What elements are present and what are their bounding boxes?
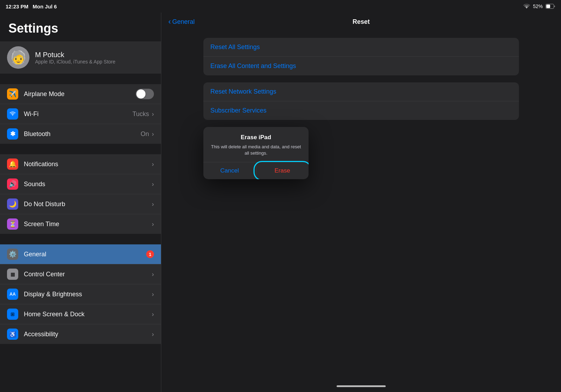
dialog-body: Erase iPad This will delete all media an… bbox=[203, 127, 309, 162]
nav-bar: ‹ General Reset bbox=[161, 13, 561, 31]
divider-1 bbox=[0, 74, 161, 84]
status-icons: 52% bbox=[523, 4, 555, 9]
profile-name: M Potuck bbox=[35, 51, 115, 59]
reset-group-1: Reset All Settings Erase All Content and… bbox=[203, 38, 519, 75]
airplane-mode-label: Airplane Mode bbox=[24, 90, 136, 98]
general-icon: ⚙️ bbox=[7, 249, 18, 260]
settings-group-connectivity: ✈️ Airplane Mode Wi-Fi Tucks › bbox=[0, 84, 161, 144]
accessibility-icon: ♿ bbox=[7, 329, 18, 340]
bluetooth-value: On bbox=[141, 130, 149, 138]
back-arrow-icon: ‹ bbox=[168, 17, 171, 26]
reset-all-settings-label: Reset All Settings bbox=[210, 43, 260, 50]
status-date: Mon Jul 6 bbox=[33, 4, 57, 9]
notifications-icon: 🔔 bbox=[7, 158, 18, 170]
dnd-label: Do Not Disturb bbox=[24, 201, 152, 208]
erase-button[interactable]: Erase bbox=[256, 162, 309, 179]
battery-percent: 52% bbox=[533, 4, 543, 9]
sidebar-item-bluetooth[interactable]: ✱ Bluetooth On › bbox=[0, 124, 161, 144]
settings-group-notifications: 🔔 Notifications › 🔊 Sounds › 🌙 Do Not Di… bbox=[0, 154, 161, 234]
cancel-button[interactable]: Cancel bbox=[203, 162, 256, 179]
dialog-title: Erase iPad bbox=[210, 134, 302, 141]
sidebar-title: Settings bbox=[0, 13, 161, 41]
general-badge: 1 bbox=[146, 250, 154, 258]
dialog-buttons: Cancel Erase bbox=[203, 162, 309, 179]
screen-time-icon: ⏳ bbox=[7, 218, 18, 230]
erase-all-content-item[interactable]: Erase All Content and Settings bbox=[203, 57, 519, 75]
reset-content: Reset All Settings Erase All Content and… bbox=[161, 31, 561, 186]
sounds-label: Sounds bbox=[24, 181, 152, 188]
wifi-value: Tucks bbox=[133, 110, 149, 118]
sidebar-item-do-not-disturb[interactable]: 🌙 Do Not Disturb › bbox=[0, 194, 161, 214]
avatar: 🧓 bbox=[7, 46, 29, 69]
airplane-mode-toggle[interactable] bbox=[136, 89, 154, 99]
home-bar bbox=[337, 385, 386, 387]
reset-network-label: Reset Network Settings bbox=[210, 88, 276, 95]
sidebar: Settings 🧓 M Potuck Apple ID, iCloud, iT… bbox=[0, 13, 161, 392]
status-bar: 12:23 PM Mon Jul 6 52% bbox=[0, 0, 561, 13]
sidebar-item-control-center[interactable]: ▦ Control Center › bbox=[0, 264, 161, 284]
erase-button-label: Erase bbox=[275, 167, 290, 174]
status-time: 12:23 PM bbox=[6, 4, 28, 9]
right-panel: ‹ General Reset Reset All Settings Erase… bbox=[161, 13, 561, 392]
sidebar-item-sounds[interactable]: 🔊 Sounds › bbox=[0, 174, 161, 194]
subscriber-services-label: Subscriber Services bbox=[210, 107, 266, 114]
accessibility-label: Accessibility bbox=[24, 331, 152, 338]
settings-group-general: ⚙️ General 1 ▦ Control Center › AA Displ… bbox=[0, 244, 161, 344]
home-screen-label: Home Screen & Dock bbox=[24, 311, 152, 318]
sidebar-item-airplane-mode[interactable]: ✈️ Airplane Mode bbox=[0, 84, 161, 104]
main-layout: Settings 🧓 M Potuck Apple ID, iCloud, iT… bbox=[0, 13, 561, 392]
svg-rect-1 bbox=[546, 5, 550, 8]
home-screen-icon: ⊞ bbox=[7, 309, 18, 320]
reset-all-settings-item[interactable]: Reset All Settings bbox=[203, 38, 519, 57]
notifications-label: Notifications bbox=[24, 161, 152, 168]
display-label: Display & Brightness bbox=[24, 291, 152, 298]
wifi-label: Wi-Fi bbox=[24, 110, 133, 118]
sidebar-item-display[interactable]: AA Display & Brightness › bbox=[0, 284, 161, 304]
nav-back-button[interactable]: ‹ General bbox=[168, 17, 195, 26]
dialog-message: This will delete all media and data, and… bbox=[210, 144, 302, 156]
profile-subtitle: Apple ID, iCloud, iTunes & App Store bbox=[35, 59, 115, 65]
general-label: General bbox=[24, 251, 146, 258]
sidebar-item-general[interactable]: ⚙️ General 1 bbox=[0, 244, 161, 264]
airplane-mode-icon: ✈️ bbox=[7, 88, 18, 100]
control-center-label: Control Center bbox=[24, 271, 152, 278]
divider-2 bbox=[0, 144, 161, 154]
home-indicator bbox=[161, 380, 561, 392]
profile-info: M Potuck Apple ID, iCloud, iTunes & App … bbox=[35, 51, 115, 65]
sidebar-item-wifi[interactable]: Wi-Fi Tucks › bbox=[0, 104, 161, 124]
sounds-icon: 🔊 bbox=[7, 178, 18, 190]
sidebar-item-home-screen[interactable]: ⊞ Home Screen & Dock › bbox=[0, 304, 161, 324]
sidebar-item-screen-time[interactable]: ⏳ Screen Time › bbox=[0, 214, 161, 234]
wifi-icon bbox=[523, 4, 530, 9]
erase-all-content-label: Erase All Content and Settings bbox=[210, 62, 296, 69]
reset-network-settings-item[interactable]: Reset Network Settings bbox=[203, 82, 519, 101]
control-center-icon: ▦ bbox=[7, 269, 18, 280]
sidebar-item-accessibility[interactable]: ♿ Accessibility › bbox=[0, 324, 161, 344]
battery-icon bbox=[546, 4, 555, 9]
divider-3 bbox=[0, 235, 161, 244]
erase-dialog: Erase iPad This will delete all media an… bbox=[203, 127, 309, 179]
subscriber-services-item[interactable]: Subscriber Services bbox=[203, 101, 519, 120]
bluetooth-label: Bluetooth bbox=[24, 130, 141, 138]
nav-back-label: General bbox=[172, 18, 195, 26]
bluetooth-icon: ✱ bbox=[7, 128, 18, 140]
nav-title: Reset bbox=[352, 18, 370, 26]
screen-time-label: Screen Time bbox=[24, 221, 152, 228]
wifi-setting-icon bbox=[7, 108, 18, 120]
profile-section[interactable]: 🧓 M Potuck Apple ID, iCloud, iTunes & Ap… bbox=[0, 41, 161, 74]
dnd-icon: 🌙 bbox=[7, 198, 18, 210]
display-icon: AA bbox=[7, 289, 18, 300]
sidebar-item-notifications[interactable]: 🔔 Notifications › bbox=[0, 154, 161, 174]
reset-group-2: Reset Network Settings Subscriber Servic… bbox=[203, 82, 519, 120]
